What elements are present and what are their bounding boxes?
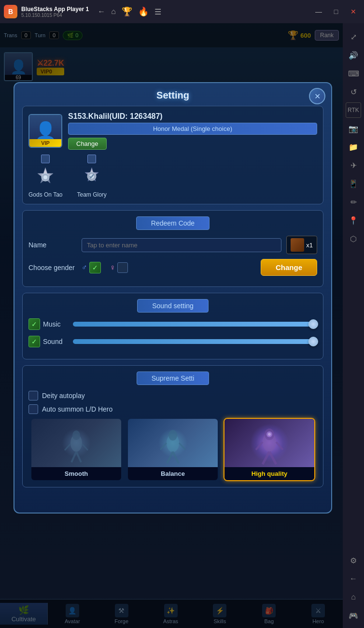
svg-line-20	[263, 452, 269, 464]
music-checkbox[interactable]: ✓	[28, 318, 40, 330]
quality-options-row: Smooth Balance	[28, 418, 317, 481]
sidebar-folder-icon[interactable]: 📁	[346, 139, 361, 155]
quality-balance-thumb	[128, 419, 218, 467]
right-sidebar: ⤢ 🔊 ⌨ ↺ RTK 📷 📁 ✈ 📱 ✏ 📍 ⬡ ⚙ ← ⌂ 🎮	[343, 0, 364, 628]
medal-2-name: Team Glory	[77, 191, 107, 198]
svg-line-22	[256, 442, 263, 450]
sound-row: ✓ Sound	[28, 336, 317, 347]
quality-balance[interactable]: Balance	[127, 418, 219, 481]
name-label: Name	[28, 241, 77, 249]
sidebar-camera-icon[interactable]: 📷	[346, 121, 361, 136]
medal-1-icon	[33, 165, 57, 189]
medals-row: Gods On Tao	[28, 155, 317, 198]
music-label: ✓ Music	[28, 318, 67, 330]
male-checkbox[interactable]: ✓	[89, 262, 101, 273]
item-count-value: x1	[306, 242, 313, 249]
sound-slider-thumb[interactable]	[308, 337, 318, 346]
svg-line-14	[167, 452, 173, 463]
svg-line-9	[76, 452, 81, 462]
sidebar-edit-icon[interactable]: ✏	[346, 194, 361, 210]
titlebar-text: BlueStacks App Player 1 5.10.150.1015 P6…	[21, 6, 89, 18]
profile-top: 👤 VIP S153.Khalil(UID: 1263487) Honor Me…	[28, 112, 317, 150]
redeem-section: Redeem Code Name x1 Choose gender ♂ ✓ ♀	[22, 210, 323, 287]
sidebar-sound-icon[interactable]: 🔊	[346, 47, 361, 63]
item-count-display: x1	[286, 236, 317, 254]
medal-1-name: Gods On Tao	[28, 191, 63, 198]
app-name: BlueStacks App Player 1	[21, 6, 89, 13]
app-icon-2[interactable]: 🔥	[138, 6, 149, 17]
dialog-close-button[interactable]: ✕	[309, 88, 325, 104]
auto-summon-row: Auto summon L/D Hero	[28, 404, 317, 414]
menu-icon[interactable]: ☰	[154, 7, 161, 16]
gender-options: ♂ ✓ ♀	[82, 262, 128, 273]
deity-autoplay-row: Deity autoplay	[28, 391, 317, 400]
auto-summon-checkbox[interactable]	[28, 404, 38, 414]
music-slider[interactable]	[73, 322, 317, 327]
medal-1-checkbox[interactable]	[41, 155, 50, 163]
back-icon[interactable]: ←	[98, 7, 105, 16]
svg-line-15	[173, 452, 179, 463]
gender-row: Choose gender ♂ ✓ ♀ Change	[28, 259, 317, 276]
sound-label: ✓ Sound	[28, 336, 67, 347]
maximize-button[interactable]: □	[329, 5, 343, 18]
deity-autoplay-checkbox[interactable]	[28, 391, 38, 400]
music-label-text: Music	[43, 320, 61, 328]
gender-label: Choose gender	[28, 264, 77, 271]
svg-point-25	[268, 433, 271, 436]
app-icon-1[interactable]: 🏆	[122, 6, 132, 17]
sound-slider[interactable]	[73, 339, 317, 344]
sidebar-rtk-icon[interactable]: RTK	[346, 102, 361, 118]
svg-line-10	[65, 444, 70, 450]
svg-point-7	[72, 430, 80, 440]
sidebar-back-icon[interactable]: ←	[346, 571, 361, 586]
sound-section: Sound setting ✓ Music ✓ Sound	[22, 293, 323, 359]
redeem-code-button[interactable]: Redeem Code	[136, 216, 210, 230]
home-icon[interactable]: ⌂	[111, 7, 116, 16]
item-icon	[291, 238, 304, 252]
sound-label-text: Sound	[43, 338, 62, 345]
medal-2-checkbox[interactable]	[87, 155, 96, 163]
svg-line-21	[269, 452, 276, 464]
close-button[interactable]: ✕	[347, 5, 360, 18]
name-input[interactable]	[82, 238, 281, 252]
quality-high[interactable]: High quality	[224, 418, 315, 481]
titlebar-controls: ← ⌂ 🏆 🔥 ☰	[98, 6, 161, 17]
sidebar-keyboard-icon[interactable]: ⌨	[346, 66, 361, 81]
female-checkbox[interactable]	[117, 262, 128, 273]
svg-line-8	[71, 452, 76, 462]
supreme-section: Supreme Setti Deity autoplay Auto summon…	[22, 365, 323, 487]
sidebar-location-icon[interactable]: 📍	[346, 213, 361, 228]
medal-team-glory: Team Glory	[77, 155, 107, 198]
profile-section: 👤 VIP S153.Khalil(UID: 1263487) Honor Me…	[22, 106, 323, 204]
svg-line-11	[82, 444, 88, 450]
window-controls: — □ ✕	[312, 5, 360, 18]
titlebar: B BlueStacks App Player 1 5.10.150.1015 …	[0, 0, 364, 23]
sidebar-rotate-icon[interactable]: ↺	[346, 84, 361, 100]
change-avatar-button[interactable]: Change	[68, 138, 107, 150]
auto-summon-label: Auto summon L/D Hero	[42, 405, 112, 413]
sidebar-phone-icon[interactable]: 📱	[346, 176, 361, 191]
medal-gods-on-tao: Gods On Tao	[28, 155, 63, 198]
setting-dialog: Setting ✕ 👤 VIP S153.Khalil(UID: 1263487…	[14, 82, 332, 514]
svg-point-13	[168, 430, 177, 441]
sidebar-settings-icon[interactable]: ⚙	[346, 553, 361, 568]
sidebar-gamepad-icon[interactable]: 🎮	[346, 608, 361, 623]
dialog-title: Setting	[156, 90, 189, 100]
app-version: 5.10.150.1015 P64	[21, 13, 89, 18]
sidebar-layers-icon[interactable]: ⬡	[346, 231, 361, 246]
change-gender-button[interactable]: Change	[261, 259, 317, 276]
sound-checkbox[interactable]: ✓	[28, 336, 40, 347]
quality-smooth[interactable]: Smooth	[30, 418, 122, 481]
sidebar-airplane-icon[interactable]: ✈	[346, 157, 361, 173]
sound-setting-title: Sound setting	[137, 299, 209, 313]
svg-point-2	[43, 175, 47, 179]
sidebar-expand-icon[interactable]: ⤢	[346, 29, 361, 44]
minimize-button[interactable]: —	[312, 5, 325, 18]
music-slider-thumb[interactable]	[308, 319, 318, 329]
quality-high-label: High quality	[224, 467, 314, 480]
sidebar-home-icon[interactable]: ⌂	[346, 589, 361, 605]
gender-female-option: ♀	[110, 262, 128, 273]
female-symbol: ♀	[110, 263, 115, 272]
dialog-bottom-space	[14, 493, 331, 503]
quality-high-thumb	[224, 419, 314, 467]
